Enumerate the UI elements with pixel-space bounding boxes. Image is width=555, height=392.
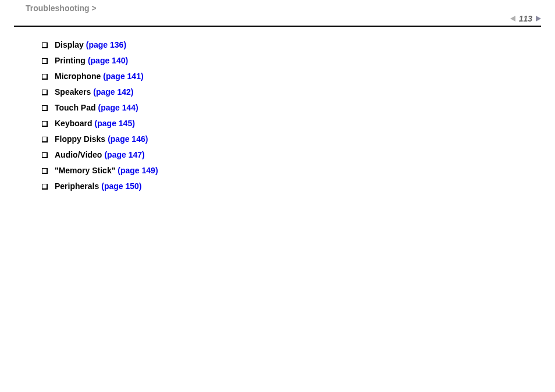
bullet-icon: [42, 152, 48, 158]
list-item: Speakers (page 142): [42, 88, 555, 96]
list-item: Display (page 136): [42, 41, 555, 49]
item-label: "Memory Stick": [55, 166, 115, 174]
bullet-icon: [42, 90, 48, 95]
next-page-icon[interactable]: [536, 16, 541, 22]
bullet-icon: [42, 42, 48, 48]
bullet-icon: [42, 168, 48, 174]
page-ref-link[interactable]: (page 150): [101, 182, 141, 190]
page-ref-link[interactable]: (page 140): [88, 56, 128, 65]
page-ref-link[interactable]: (page 142): [93, 88, 133, 96]
page-ref-link[interactable]: (page 144): [98, 104, 138, 112]
breadcrumb: Troubleshooting >: [26, 3, 97, 13]
page-ref-link[interactable]: (page 141): [103, 72, 143, 80]
bullet-icon: [42, 184, 48, 190]
bullet-icon: [42, 105, 48, 111]
page-ref-link[interactable]: (page 145): [95, 119, 135, 127]
item-label: Speakers: [55, 88, 91, 96]
chevron-right-icon: >: [92, 3, 97, 13]
bullet-icon: [42, 74, 48, 80]
item-label: Touch Pad: [55, 104, 96, 112]
list-item: Touch Pad (page 144): [42, 104, 555, 112]
page-ref-link[interactable]: (page 147): [104, 151, 144, 159]
prev-page-icon[interactable]: [510, 16, 515, 22]
bullet-icon: [42, 58, 48, 64]
list-item: Floppy Disks (page 146): [42, 135, 555, 143]
content-area: Display (page 136) Printing (page 140) M…: [0, 27, 555, 190]
bullet-icon: [42, 137, 48, 142]
item-label: Audio/Video: [55, 151, 102, 159]
page-number: 113: [518, 14, 533, 23]
page-header: Troubleshooting > 113: [14, 0, 541, 27]
list-item: Keyboard (page 145): [42, 119, 555, 127]
page-ref-link[interactable]: (page 149): [118, 166, 158, 174]
item-label: Microphone: [55, 72, 101, 80]
item-label: Peripherals: [55, 182, 99, 190]
item-label: Floppy Disks: [55, 135, 105, 143]
bullet-icon: [42, 121, 48, 127]
breadcrumb-label: Troubleshooting: [26, 3, 90, 13]
list-item: "Memory Stick" (page 149): [42, 166, 555, 174]
item-label: Printing: [55, 56, 86, 65]
list-item: Peripherals (page 150): [42, 182, 555, 190]
page-ref-link[interactable]: (page 146): [108, 135, 148, 143]
topic-list: Display (page 136) Printing (page 140) M…: [42, 41, 555, 190]
list-item: Audio/Video (page 147): [42, 151, 555, 159]
page-ref-link[interactable]: (page 136): [86, 41, 126, 49]
item-label: Display: [55, 41, 84, 49]
list-item: Printing (page 140): [42, 56, 555, 65]
item-label: Keyboard: [55, 119, 92, 127]
page-container: Troubleshooting > 113 Display (page 136)…: [0, 0, 555, 392]
page-number-group: 113: [510, 14, 541, 23]
list-item: Microphone (page 141): [42, 72, 555, 80]
